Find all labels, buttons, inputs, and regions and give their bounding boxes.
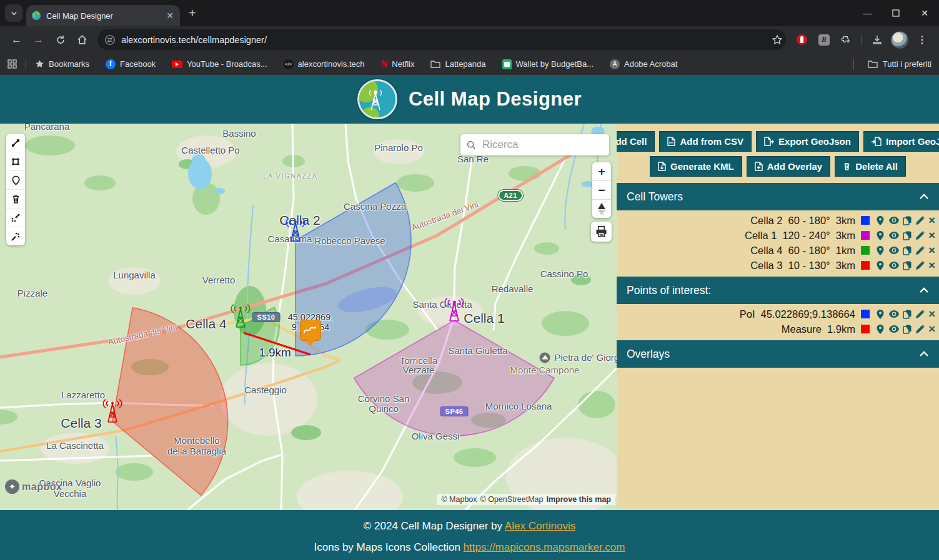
uncombine-features-button[interactable] [6, 227, 25, 245]
copy-icon[interactable] [903, 260, 912, 270]
delete-x-icon[interactable]: × [928, 214, 935, 227]
visibility-eye-icon[interactable] [888, 216, 900, 225]
osm-attribution-link[interactable]: © OpenStreetMap [480, 495, 544, 504]
combine-features-button[interactable] [6, 209, 25, 227]
locate-pin-icon[interactable] [875, 324, 885, 335]
draw-polygon-button[interactable] [6, 152, 25, 171]
print-map-button[interactable] [591, 222, 612, 242]
add-from-csv-button[interactable]: Add from CSV [659, 131, 752, 152]
delete-x-icon[interactable]: × [928, 308, 935, 321]
reload-button[interactable] [50, 29, 71, 50]
locate-pin-icon[interactable] [875, 245, 885, 256]
bookmark-adobe-acrobat[interactable]: A Adobe Acrobat [610, 59, 677, 69]
overlays-empty-area [617, 368, 939, 510]
all-bookmarks-folder[interactable]: Tutti i preferiti [853, 59, 932, 70]
section-overlays[interactable]: Overlays [617, 340, 939, 368]
extension-r-icon[interactable]: R [815, 31, 833, 49]
edit-pencil-icon[interactable] [915, 260, 925, 270]
section-points-of-interest[interactable]: Points of interest: [617, 277, 939, 304]
mapbox-logo[interactable]: ✦ mapbox [5, 479, 62, 494]
delete-x-icon[interactable]: × [928, 244, 935, 257]
author-link[interactable]: Alex Cortinovis [505, 520, 575, 532]
delete-x-icon[interactable]: × [928, 323, 935, 336]
back-button[interactable]: ← [6, 29, 27, 50]
delete-all-button[interactable]: Delete All [835, 156, 906, 177]
chevron-up-icon[interactable] [919, 287, 929, 293]
mapbox-attribution-link[interactable]: © Mapbox [441, 495, 477, 504]
chevron-up-icon[interactable] [919, 351, 929, 357]
window-maximize-button[interactable] [882, 0, 910, 26]
visibility-eye-icon[interactable] [888, 261, 900, 270]
section-cell-towers[interactable]: Cell Towers [617, 183, 939, 210]
bookmark-star-icon[interactable] [772, 34, 783, 46]
profile-avatar[interactable] [890, 31, 909, 49]
tab-search-button[interactable] [5, 4, 22, 22]
adblock-extension-icon[interactable] [792, 31, 811, 49]
locate-pin-icon[interactable] [875, 230, 885, 241]
copy-icon[interactable] [903, 215, 912, 225]
delete-x-icon[interactable]: × [928, 229, 935, 242]
bookmark-alexcortinovis[interactable]: </> alexcortinovis.tech [284, 59, 365, 69]
bookmark-bookmarks[interactable]: Bookmarks [35, 59, 89, 69]
visibility-eye-icon[interactable] [888, 231, 900, 240]
bookmark-lattepanda[interactable]: Lattepanda [430, 59, 485, 69]
poi-marker[interactable] [300, 320, 321, 341]
search-input[interactable] [481, 138, 603, 152]
cell-tower-marker[interactable] [440, 298, 468, 323]
bookmark-netflix[interactable]: N Netflix [380, 59, 414, 69]
draw-toolbar [6, 134, 25, 245]
generate-kml-button[interactable]: Generate KML [650, 156, 742, 177]
zoom-in-button[interactable]: + [592, 162, 611, 181]
copy-icon[interactable] [903, 309, 912, 319]
site-info-icon[interactable] [105, 35, 115, 45]
locate-pin-icon[interactable] [875, 260, 885, 271]
cell-tower-marker[interactable] [99, 399, 126, 424]
bookmark-youtube[interactable]: YouTube - Broadcas... [172, 59, 267, 69]
delete-x-icon[interactable]: × [928, 259, 935, 272]
csv-file-icon [667, 137, 675, 146]
extensions-puzzle-icon[interactable] [837, 31, 856, 49]
chevron-up-icon[interactable] [919, 194, 929, 200]
cell-tower-marker[interactable] [282, 218, 309, 243]
downloads-button[interactable] [868, 31, 887, 49]
locate-pin-icon[interactable] [875, 309, 885, 320]
visibility-eye-icon[interactable] [888, 246, 900, 255]
copy-icon[interactable] [903, 324, 912, 334]
apps-grid-button[interactable] [7, 59, 17, 69]
add-overlay-button[interactable]: Add Overlay [747, 156, 830, 177]
window-close-button[interactable]: ✕ [910, 0, 939, 26]
home-button[interactable] [72, 29, 92, 50]
tab-close-icon[interactable]: ✕ [165, 11, 175, 21]
draw-point-button[interactable] [6, 171, 25, 190]
browser-tab[interactable]: Cell Map Designer ✕ [26, 5, 180, 26]
edit-pencil-icon[interactable] [915, 309, 925, 319]
improve-map-link[interactable]: Improve this map [547, 495, 612, 504]
map-canvas[interactable]: PancaranaBassinoCastelletto PoPinarolo P… [0, 124, 617, 510]
url-text[interactable]: alexcortinovis.tech/cellmapdesigner/ [121, 35, 772, 45]
locate-pin-icon[interactable] [875, 215, 885, 226]
draw-trash-button[interactable] [6, 190, 25, 209]
edit-pencil-icon[interactable] [915, 245, 925, 255]
edit-pencil-icon[interactable] [915, 230, 925, 240]
edit-pencil-icon[interactable] [915, 324, 925, 334]
bookmark-wallet[interactable]: Wallet by BudgetBa... [502, 59, 594, 69]
window-minimize-button[interactable]: — [853, 0, 882, 26]
zoom-out-button[interactable]: − [592, 181, 611, 200]
export-geojson-button[interactable]: Export GeoJson [756, 131, 859, 152]
cell-tower-marker[interactable] [227, 304, 254, 329]
draw-line-button[interactable] [6, 134, 25, 152]
bookmark-facebook[interactable]: f Facebook [106, 59, 156, 69]
compass-button[interactable] [592, 200, 611, 218]
copy-icon[interactable] [903, 245, 912, 255]
map-search-box[interactable] [460, 134, 609, 155]
new-tab-button[interactable]: + [189, 6, 196, 21]
copy-icon[interactable] [903, 230, 912, 240]
browser-menu-button[interactable]: ⋮ [913, 31, 932, 49]
edit-pencil-icon[interactable] [915, 215, 925, 225]
forward-button[interactable]: → [28, 29, 49, 50]
visibility-eye-icon[interactable] [888, 310, 900, 318]
import-geojson-button[interactable]: Import GeoJson [863, 131, 939, 152]
visibility-eye-icon[interactable] [888, 325, 900, 333]
mapicons-link[interactable]: https://mapicons.mapsmarker.com [464, 541, 625, 553]
address-bar[interactable]: alexcortinovis.tech/cellmapdesigner/ [97, 29, 786, 50]
